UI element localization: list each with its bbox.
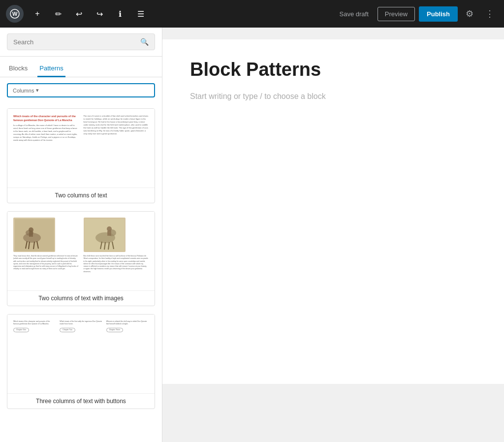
editor-area: Block Patterns Start writing or type / t… (162, 28, 504, 442)
editor-content: Block Patterns Start writing or type / t… (162, 39, 504, 384)
list-view-button[interactable]: ☰ (132, 5, 150, 23)
columns-filter-dropdown[interactable]: Columns ▾ (7, 83, 155, 97)
publish-button[interactable]: Publish (419, 6, 458, 22)
pattern-card-three-col-buttons[interactable]: Which treats of the character and pursui… (7, 314, 155, 409)
svg-point-9 (29, 227, 33, 232)
svg-text:W: W (12, 11, 18, 17)
preview-image-2 (84, 218, 126, 252)
pattern-preview-two-col-images: They must know, then, that the above-nam… (7, 212, 155, 290)
tab-blocks[interactable]: Blocks (7, 61, 30, 77)
columns-filter-label: Columns (13, 88, 34, 94)
pattern-card-two-col-text[interactable]: Which treats of the character and pursui… (7, 108, 155, 203)
svg-rect-10 (29, 232, 33, 237)
pattern-preview-three-col-buttons: Which treats of the character and pursui… (7, 315, 155, 393)
wp-logo-button[interactable]: W (6, 5, 24, 23)
pattern-card-two-col-images[interactable]: They must know, then, that the above-nam… (7, 211, 155, 306)
more-options-button[interactable]: ⋮ (481, 5, 498, 22)
top-toolbar: W + ✏ ↩ ↪ ℹ ☰ Save draft Preview Publish… (0, 0, 504, 28)
main-layout: 🔍 Blocks Patterns Columns ▾ Which treats (0, 28, 504, 442)
search-area: 🔍 (0, 28, 162, 57)
sidebar: 🔍 Blocks Patterns Columns ▾ Which treats (0, 28, 162, 442)
search-input[interactable] (13, 38, 140, 46)
columns-filter-arrow: ▾ (36, 87, 39, 94)
pattern-preview-two-col-text: Which treats of the character and pursui… (7, 109, 155, 188)
pattern-label-two-col-text: Two columns of text (7, 188, 155, 203)
save-draft-button[interactable]: Save draft (335, 7, 374, 21)
search-icon: 🔍 (140, 38, 149, 46)
svg-point-18 (107, 226, 112, 231)
pattern-list: Which treats of the character and pursui… (0, 103, 162, 442)
tab-patterns[interactable]: Patterns (37, 61, 65, 77)
info-button[interactable]: ℹ (111, 5, 129, 23)
preview-image-1 (13, 218, 55, 252)
page-title[interactable]: Block Patterns (190, 59, 499, 80)
pattern-label-two-col-images: Two columns of text with images (7, 290, 155, 306)
editor-placeholder[interactable]: Start writing or type / to choose a bloc… (190, 92, 499, 101)
settings-button[interactable]: ⚙ (462, 5, 477, 22)
add-block-toolbar-button[interactable]: + (29, 5, 46, 23)
pattern-label-three-col-buttons: Three columns of text with buttons (7, 393, 155, 409)
toolbar-right-actions: Save draft Preview Publish ⚙ ⋮ (335, 5, 498, 22)
tools-button[interactable]: ✏ (49, 5, 67, 23)
filter-row: Columns ▾ (0, 77, 162, 103)
svg-rect-19 (107, 231, 111, 236)
search-box[interactable]: 🔍 (7, 33, 155, 50)
preview-button[interactable]: Preview (378, 7, 415, 21)
redo-button[interactable]: ↪ (91, 5, 108, 23)
undo-button[interactable]: ↩ (70, 5, 88, 23)
tabs-row: Blocks Patterns (0, 57, 162, 77)
